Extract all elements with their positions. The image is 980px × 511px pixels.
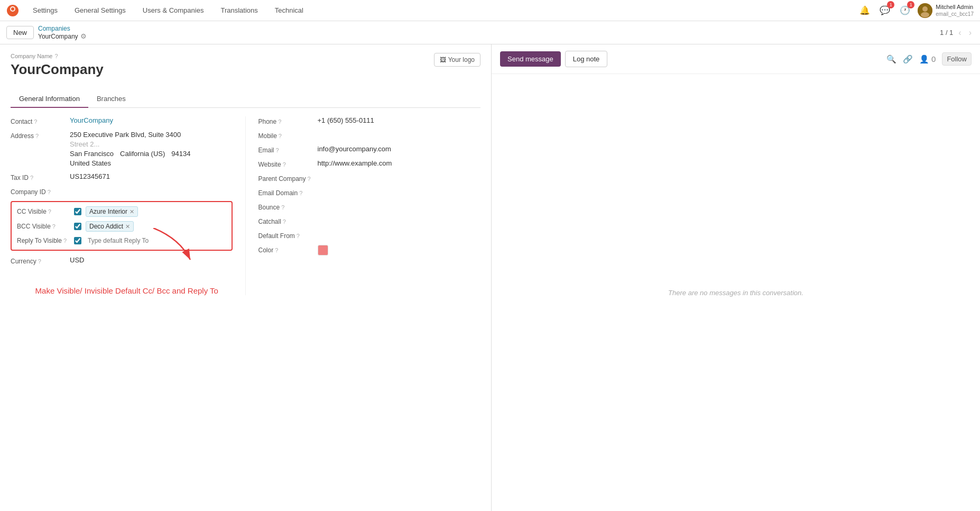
phone-help-icon: ?: [278, 118, 281, 125]
company-id-field-row: Company ID ?: [11, 187, 233, 196]
top-navigation: Settings General Settings Users & Compan…: [0, 0, 980, 21]
email-field-row: Email ? info@yourcompany.com: [258, 145, 481, 154]
company-name-help-icon: ?: [54, 53, 58, 59]
address-block: 250 Executive Park Blvd, Suite 3400 Stre…: [70, 131, 191, 167]
gear-icon[interactable]: ⚙: [80, 32, 87, 40]
user-name: Mitchell Admin: [936, 3, 974, 11]
address-line1: 250 Executive Park Blvd, Suite 3400: [70, 131, 191, 139]
bcc-tag-remove-icon[interactable]: ✕: [125, 223, 130, 230]
nav-general-settings[interactable]: General Settings: [71, 4, 129, 16]
svg-point-1: [11, 7, 14, 11]
cc-visible-row: CC Visible ? Azure Interior ✕: [17, 206, 226, 217]
company-id-help-icon: ?: [48, 189, 51, 195]
address-zip: 94134: [171, 150, 190, 158]
bcc-tag-deco-addict: Deco Addict ✕: [86, 221, 134, 232]
bounce-label: Bounce ?: [258, 202, 311, 211]
currency-label: Currency ?: [11, 256, 63, 265]
top-right-icons: 🔔 💬1 🕐1 Mitchell Admin email_cc_bcc17: [857, 3, 974, 18]
tabs: General Information Branches: [11, 90, 480, 108]
email-value: info@yourcompany.com: [318, 145, 481, 153]
catchall-field-row: Catchall ?: [258, 216, 481, 225]
notification-bell-icon[interactable]: 🔔: [857, 3, 872, 17]
send-message-button[interactable]: Send message: [500, 51, 561, 67]
nav-users-companies[interactable]: Users & Companies: [140, 4, 207, 16]
company-id-label: Company ID ?: [11, 187, 63, 196]
address-line2: Street 2...: [70, 140, 191, 148]
form-grid: Contact ? YourCompany Address ? 250 Exec…: [11, 116, 480, 295]
cc-tag-azure-interior: Azure Interior ✕: [86, 206, 138, 217]
tab-general-information[interactable]: General Information: [11, 90, 88, 108]
parent-company-field-row: Parent Company ?: [258, 174, 481, 182]
reply-to-visible-label: Reply To Visible ?: [17, 237, 70, 244]
mobile-help-icon: ?: [279, 133, 282, 139]
color-field-row: Color ?: [258, 245, 481, 256]
form-area: Company Name ? YourCompany 🖼 Your logo G…: [0, 44, 492, 511]
form-left: Contact ? YourCompany Address ? 250 Exec…: [11, 116, 246, 295]
breadcrumb-parent[interactable]: Companies: [38, 25, 87, 32]
image-icon: 🖼: [440, 56, 446, 63]
email-label: Email ?: [258, 145, 311, 154]
chatter-icons: 🔍 🔗 👤 0 Follow: [886, 52, 972, 66]
next-page-arrow[interactable]: ›: [967, 27, 974, 39]
nav-translations[interactable]: Translations: [217, 4, 261, 16]
odoo-logo[interactable]: [6, 4, 19, 17]
website-help-icon: ?: [283, 161, 286, 168]
tab-branches[interactable]: Branches: [88, 90, 134, 108]
cc-tag-remove-icon[interactable]: ✕: [130, 208, 134, 215]
follow-button[interactable]: Follow: [942, 52, 972, 66]
website-label: Website ?: [258, 159, 311, 168]
contact-value[interactable]: YourCompany: [70, 116, 233, 124]
chatter-toolbar: Send message Log note 🔍 🔗 👤 0 Follow: [492, 44, 980, 74]
company-title: YourCompany: [11, 61, 104, 78]
catchall-help-icon: ?: [283, 218, 286, 225]
tax-id-label: Tax ID ?: [11, 172, 63, 181]
breadcrumb-bar: New Companies YourCompany ⚙ 1 / 1 ‹ ›: [0, 21, 980, 44]
breadcrumb: Companies YourCompany ⚙: [38, 25, 87, 40]
svg-point-3: [922, 6, 928, 12]
bcc-visible-label: BCC Visible ?: [17, 223, 70, 230]
default-from-label: Default From ?: [258, 231, 311, 240]
color-label: Color ?: [258, 245, 311, 254]
address-help-icon: ?: [35, 133, 39, 139]
tax-id-field-row: Tax ID ? US12345671: [11, 172, 233, 181]
new-button[interactable]: New: [6, 26, 34, 39]
nav-technical[interactable]: Technical: [272, 4, 307, 16]
prev-page-arrow[interactable]: ‹: [956, 27, 963, 39]
address-city: San Francisco: [70, 150, 114, 158]
annotation-area: Make Visible/ Invisible Default Cc/ Bcc …: [11, 270, 233, 295]
bcc-visible-checkbox[interactable]: [74, 223, 81, 230]
annotation-text: Make Visible/ Invisible Default Cc/ Bcc …: [21, 286, 233, 295]
default-from-help-icon: ?: [297, 233, 300, 239]
user-menu[interactable]: Mitchell Admin email_cc_bcc17: [918, 3, 974, 18]
color-swatch[interactable]: [318, 245, 328, 256]
currency-help-icon: ?: [38, 258, 41, 264]
pagination: 1 / 1 ‹ ›: [940, 27, 974, 39]
chatter-empty-message: There are no messages in this conversati…: [492, 74, 980, 511]
cc-visible-checkbox[interactable]: [74, 208, 81, 215]
form-right: Phone ? +1 (650) 555-0111 Mobile ?: [246, 116, 481, 295]
log-note-button[interactable]: Log note: [565, 51, 608, 67]
address-country: United States: [70, 159, 191, 167]
contact-field-row: Contact ? YourCompany: [11, 116, 233, 125]
catchall-label: Catchall ?: [258, 216, 311, 225]
email-help-icon: ?: [276, 147, 279, 153]
breadcrumb-current: YourCompany: [38, 33, 78, 40]
activities-icon[interactable]: 🕐1: [898, 3, 912, 17]
logo-button[interactable]: 🖼 Your logo: [434, 53, 480, 67]
bounce-help-icon: ?: [281, 204, 284, 211]
reply-to-visible-checkbox[interactable]: [74, 237, 81, 244]
phone-value: +1 (650) 555-0111: [318, 116, 481, 124]
follower-icon[interactable]: 👤 0: [919, 54, 936, 64]
cc-visible-help-icon: ?: [48, 208, 51, 215]
attachment-icon[interactable]: 🔗: [903, 54, 913, 64]
reply-to-visible-help-icon: ?: [63, 238, 67, 244]
tax-id-value: US12345671: [70, 172, 233, 180]
default-from-field-row: Default From ?: [258, 231, 481, 240]
mobile-field-row: Mobile ?: [258, 131, 481, 140]
cc-visible-label: CC Visible ?: [17, 208, 70, 215]
nav-settings[interactable]: Settings: [30, 4, 61, 16]
messages-icon[interactable]: 💬1: [877, 3, 892, 17]
search-chatter-icon[interactable]: 🔍: [886, 54, 896, 64]
address-label: Address ?: [11, 131, 63, 140]
parent-company-help-icon: ?: [308, 176, 311, 182]
